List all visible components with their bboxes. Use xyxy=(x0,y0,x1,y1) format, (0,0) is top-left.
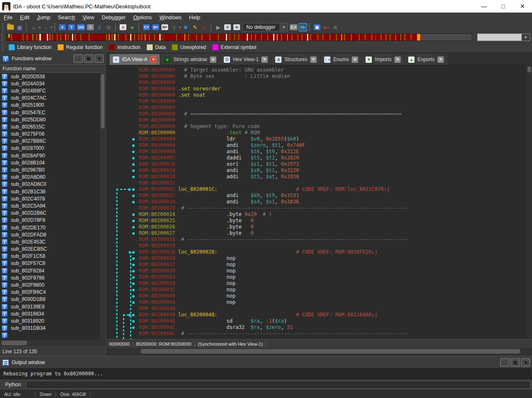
function-name-column-header[interactable]: Function name xyxy=(0,64,105,73)
function-list-item[interactable]: fsub_8030D1B8 xyxy=(0,296,105,303)
function-list-item[interactable]: fsub_802A8D60 xyxy=(0,174,105,181)
search-again-icon[interactable]: # xyxy=(86,23,95,31)
menu-debugger[interactable]: Debugger xyxy=(98,13,129,21)
toolbar-group-handle[interactable] xyxy=(138,23,141,31)
function-list-item[interactable]: fsub_802F9798 xyxy=(0,274,105,281)
function-list-item[interactable]: fsub_80316634 xyxy=(0,310,105,317)
function-list-item[interactable]: fsub_8024C7AC xyxy=(0,95,105,102)
disasm-line[interactable]: ROM:80200024 .byte 0x29 # ) xyxy=(106,211,526,218)
navband-drag-handle[interactable] xyxy=(1,33,4,41)
disasm-line[interactable]: ROM:80200028 nop xyxy=(106,255,526,262)
tab-close-icon[interactable]: ✕ xyxy=(437,56,444,63)
tab-strings[interactable]: sStrings window✕ xyxy=(161,54,220,65)
disasm-hscroll-thumb[interactable] xyxy=(141,349,520,354)
disasm-line[interactable]: ROM:80200028 # -------------------------… xyxy=(106,236,526,243)
search-text-icon[interactable]: T xyxy=(67,23,76,31)
jump-to-address-icon[interactable]: ⇓ xyxy=(95,23,104,31)
close-button[interactable]: ✕ xyxy=(513,0,532,13)
function-list-item[interactable]: fsub_80287000 xyxy=(0,145,105,152)
process-options-icon[interactable]: ✕ xyxy=(331,23,340,31)
disasm-line[interactable]: ROM:80200048 loc_80200048: # CODE XREF: … xyxy=(106,312,526,318)
disasm-line[interactable]: ROM:80200027 .byte 0 xyxy=(106,230,526,236)
disasm-line[interactable]: ROM:80200026 .byte 0 xyxy=(106,224,526,230)
disasm-line[interactable]: ROM:80200040 nop xyxy=(106,293,526,299)
function-list-item[interactable]: fsub_80318920 xyxy=(0,317,105,324)
debugger-pause-icon[interactable]: II xyxy=(223,23,232,31)
debugger-combo[interactable]: No debugger▼ xyxy=(243,23,288,31)
navigate-forward-dropdown-icon[interactable]: ▾ xyxy=(51,26,52,29)
disasm-line[interactable]: ROM:80200000 # Target assembler: GNU ass… xyxy=(106,67,526,73)
function-list-item[interactable]: fsub_802F8284 xyxy=(0,267,105,274)
disasm-line[interactable]: ROM:80200020 # -------------------------… xyxy=(106,205,526,211)
tab-structures[interactable]: AStructures✕ xyxy=(272,54,320,65)
function-list-item[interactable]: fsub_802D2B6C xyxy=(0,210,105,217)
disasm-line[interactable]: ROM:8020002C nop xyxy=(106,262,526,268)
disasm-line[interactable]: ROM:80200044 nop xyxy=(106,299,526,306)
navigate-back-dropdown-icon[interactable]: ▾ xyxy=(39,26,41,29)
tab-close-icon[interactable]: ✕ xyxy=(394,56,401,63)
disasm-line[interactable]: ROM:80200008 andi $t6, $t9, 0x312E xyxy=(106,149,526,155)
functions-vertical-scrollbar[interactable] xyxy=(100,73,105,340)
tab-close-icon[interactable]: ✕ xyxy=(352,56,358,63)
disasm-line[interactable]: ROM:80200028 loc_80200028: # CODE XREF: … xyxy=(106,249,526,255)
disasm-vertical-scrollbar[interactable] xyxy=(527,65,532,339)
attach-to-process-icon[interactable]: C↗ xyxy=(289,23,298,31)
menu-windows[interactable]: Windows xyxy=(156,13,185,21)
disasm-line[interactable]: ROM:80200000 .set noreorder xyxy=(106,86,526,92)
menu-search[interactable]: Search xyxy=(54,13,79,21)
function-list-item-partial[interactable]: f xyxy=(0,332,105,339)
toolbar-group-handle[interactable] xyxy=(309,23,311,31)
disasm-line[interactable]: ROM:80200000 xyxy=(106,98,526,105)
make-data-icon[interactable]: D+ xyxy=(151,23,160,31)
output-float-button[interactable]: ⧉ xyxy=(511,358,520,367)
function-list-item[interactable]: fsub_802C4078 xyxy=(0,195,105,202)
disasm-line[interactable]: ROM:80200000 .text # ROM xyxy=(106,130,526,136)
tab-close-icon[interactable]: ✕ xyxy=(150,56,156,63)
disasm-line[interactable]: ROM:80200025 .byte 0 xyxy=(106,218,526,224)
problems-list-icon[interactable]: ⚠ xyxy=(119,23,127,31)
panel-float-button[interactable]: ⧉ xyxy=(84,54,93,63)
disassembly-view[interactable]: ROM:80200000 # Target assembler: GNU ass… xyxy=(106,65,532,339)
function-list-item[interactable]: fsub_8027BB6C xyxy=(0,138,105,145)
navigate-forward-icon[interactable]: → xyxy=(41,23,50,31)
search-binary-icon[interactable]: # xyxy=(58,23,66,31)
disasm-line[interactable]: ROM:80200038 nop xyxy=(106,280,526,287)
chevron-down-icon[interactable]: ▼ xyxy=(280,23,287,31)
function-list-item[interactable]: fsub_802DE170 xyxy=(0,224,105,231)
navigation-band[interactable] xyxy=(6,33,472,41)
disasm-line[interactable]: ROM:80200048 xyxy=(106,306,526,312)
tab-close-icon[interactable]: ✕ xyxy=(210,56,216,63)
function-list-item[interactable]: fsub_8031DB34 xyxy=(0,325,105,332)
save-file-icon[interactable]: ▣ xyxy=(15,23,24,31)
tab-enums[interactable]: ⋮≡Enums✕ xyxy=(321,54,361,65)
function-list-item[interactable]: fsub_8024A034 xyxy=(0,80,105,87)
panel-close-button[interactable]: ✕ xyxy=(95,54,104,63)
output-maximize-button[interactable]: □ xyxy=(500,358,509,367)
output-close-button[interactable]: ✕ xyxy=(521,358,530,367)
disasm-line[interactable]: ROM:80200000 .set noat xyxy=(106,92,526,98)
disasm-line[interactable]: ROM:80200020 andi $s4, $s1, 0x3A36 xyxy=(106,199,526,205)
tab-exports[interactable]: ▲Exports✕ xyxy=(405,54,447,65)
function-list-item[interactable]: fsub_802B1C38 xyxy=(0,188,105,195)
function-list-item[interactable]: fsub_802F57C8 xyxy=(0,260,105,267)
function-list-item[interactable]: fsub_802FB6C4 xyxy=(0,289,105,296)
function-list-item[interactable]: fsub_8028B104 xyxy=(0,159,105,166)
menu-options[interactable]: Options xyxy=(129,13,156,21)
python-prompt-label[interactable]: Python xyxy=(0,382,26,388)
disasm-line[interactable]: ROM:8020001C andi $k0, $t9, 0x3531 xyxy=(106,193,526,199)
make-string-icon[interactable]: 's' xyxy=(170,23,178,31)
tab-imports[interactable]: ▼Imports✕ xyxy=(362,54,404,65)
function-list-item[interactable]: fsub_8020D538 xyxy=(0,73,105,80)
python-command-input[interactable] xyxy=(26,381,531,389)
navband-zoom-combo[interactable]: ▼ xyxy=(477,33,530,41)
menu-help[interactable]: Help xyxy=(185,13,204,21)
function-list-item[interactable]: fsub_802F1C58 xyxy=(0,253,105,260)
toolbar-group-handle[interactable] xyxy=(210,23,212,31)
tab-close-icon[interactable]: ✕ xyxy=(310,56,317,63)
analysis-options-icon[interactable]: ⊙ xyxy=(105,23,113,31)
search-immediate-icon[interactable]: 101 xyxy=(77,23,85,31)
edit-item-icon[interactable]: ✎ xyxy=(191,23,199,31)
disasm-line[interactable]: ROM:80200000 xyxy=(106,105,526,111)
navigate-back-icon[interactable]: ← xyxy=(30,23,38,31)
function-list-item[interactable]: fsub_802AD6C0 xyxy=(0,181,105,188)
